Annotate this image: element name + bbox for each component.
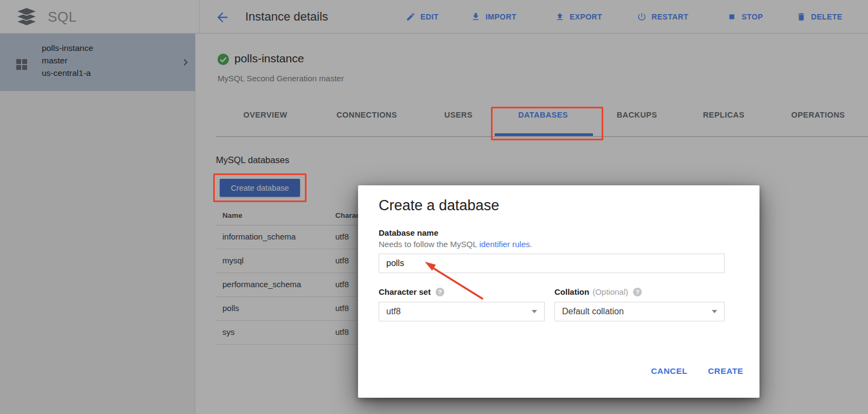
- helper-text-suffix: .: [530, 240, 532, 249]
- charset-select[interactable]: utf8: [379, 302, 545, 321]
- charset-help-icon[interactable]: [436, 288, 444, 296]
- charset-label: Character set: [379, 287, 444, 296]
- charset-label-text: Character set: [379, 287, 431, 296]
- helper-text: Needs to follow the MySQL: [379, 240, 479, 249]
- page: SQL Instance details EDIT IMPORT EXPORT: [0, 0, 868, 414]
- database-name-helper: Needs to follow the MySQL identifier rul…: [379, 240, 532, 249]
- annotation-box-databases-tab: [491, 107, 603, 140]
- database-name-label: Database name: [379, 228, 438, 237]
- dialog-title: Create a database: [379, 197, 499, 214]
- chevron-down-icon: [712, 310, 717, 313]
- collation-select[interactable]: Default collation: [554, 302, 725, 321]
- identifier-rules-link[interactable]: identifier rules: [479, 240, 529, 249]
- create-database-dialog: Create a database Database name Needs to…: [358, 185, 760, 398]
- annotation-box-create-button: [213, 173, 307, 202]
- chevron-down-icon: [532, 310, 537, 313]
- collation-help-icon[interactable]: [633, 288, 642, 296]
- collation-label: Collation (Optional): [554, 287, 642, 296]
- create-button[interactable]: CREATE: [708, 366, 743, 376]
- cancel-button[interactable]: CANCEL: [651, 366, 687, 376]
- database-name-input[interactable]: [379, 254, 725, 273]
- collation-value: Default collation: [562, 307, 712, 316]
- collation-optional-text: (Optional): [592, 287, 628, 296]
- collation-label-text: Collation: [554, 287, 589, 296]
- charset-value: utf8: [386, 307, 532, 316]
- dialog-actions: CANCEL CREATE: [651, 366, 743, 376]
